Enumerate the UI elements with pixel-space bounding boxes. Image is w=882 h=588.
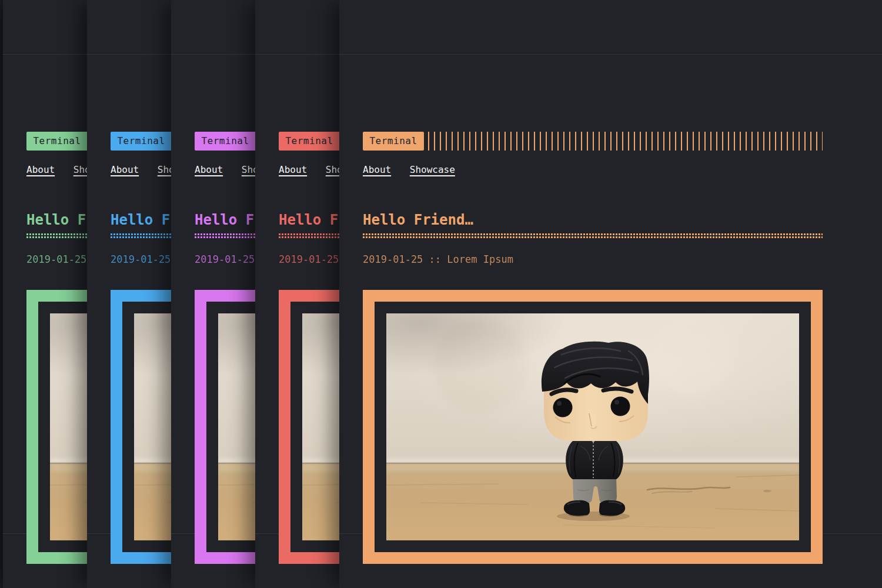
nav-link-about[interactable]: About [363,164,391,175]
site-logo-badge[interactable]: Terminal [279,132,340,151]
page-body: Terminal About Showcase Hello Friend… 20… [339,54,882,534]
site-logo-badge[interactable]: Terminal [111,132,172,151]
site-logo-badge[interactable]: Terminal [195,132,256,151]
showcase-stage: Terminal About Showcase Hello Friend… 20… [0,0,882,588]
nav-link-about[interactable]: About [195,164,223,175]
nav-link-about[interactable]: About [26,164,55,175]
title-dotted-divider [363,233,823,239]
post-meta: 2019-01-25 :: Lorem Ipsum [363,253,513,265]
funko-pop-photo [386,313,799,540]
post-title: Hello Friend… [363,212,473,228]
post-image-frame [363,290,823,564]
site-logo-badge[interactable]: Terminal [363,132,424,151]
site-logo-badge[interactable]: Terminal [26,132,88,151]
site-panel-orange: Terminal About Showcase Hello Friend… 20… [339,0,882,588]
nav-link-about[interactable]: About [279,164,307,175]
nav-link-about[interactable]: About [111,164,139,175]
nav-link-showcase[interactable]: Showcase [410,164,455,175]
site-nav: About Showcase [363,164,468,175]
header-bars-decoration [428,132,823,151]
